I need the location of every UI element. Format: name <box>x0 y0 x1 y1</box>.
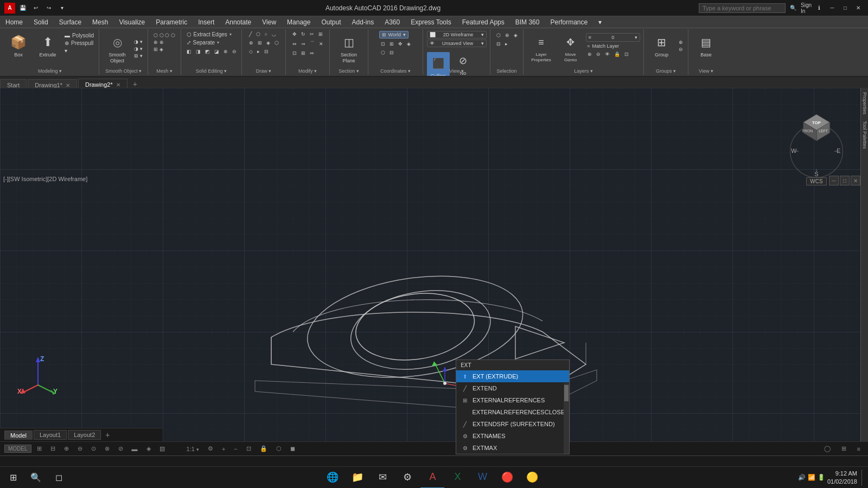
taskbar-explorer[interactable]: 🌐 <box>321 467 344 489</box>
status-trans[interactable]: ◈ <box>143 445 154 453</box>
draw-circle[interactable]: ○ <box>263 31 269 37</box>
wcs-badge[interactable]: WCS <box>806 177 826 185</box>
status-polar[interactable]: ⊖ <box>74 445 86 453</box>
info-btn[interactable]: ℹ <box>814 3 825 14</box>
status-snap[interactable]: ⊟ <box>47 445 59 453</box>
layer-dropdown[interactable]: ≡ 0 ▾ <box>586 33 640 42</box>
quick-access-more[interactable]: ▾ <box>56 3 67 14</box>
search-taskbar-btn[interactable]: 🔍 <box>25 467 47 489</box>
draw-more2[interactable]: ⊞ <box>256 40 264 46</box>
tray-icon2[interactable]: 📶 <box>808 474 815 481</box>
smooth-object-tool[interactable]: ◎ SmoothObject <box>103 31 131 66</box>
modify-stretch[interactable]: ⇔ <box>308 50 316 56</box>
sel-btn2[interactable]: ⊕ <box>503 32 511 38</box>
navicube[interactable]: N E S W TOP LEFT FRON WCS <box>787 99 846 185</box>
autocomplete-scrollbar[interactable] <box>564 383 569 454</box>
ucs-btn6[interactable]: ⊟ <box>388 49 395 56</box>
modify-move[interactable]: ✥ <box>291 31 298 37</box>
separate-btn[interactable]: ⤢ Separate ▾ <box>185 39 221 46</box>
more-tools-btn[interactable]: ▾ <box>63 47 95 54</box>
status-grid[interactable]: ⊞ <box>34 445 45 453</box>
extract-edges-btn[interactable]: ⬡ Extract Edges ▾ <box>185 31 233 38</box>
menu-view[interactable]: View <box>257 16 282 28</box>
taskbar-chrome[interactable]: 🔴 <box>495 467 519 489</box>
taskbar-app9[interactable]: 🟡 <box>520 467 544 489</box>
modify-array[interactable]: ⊞ <box>299 50 307 56</box>
tab-layout2[interactable]: Layout2 <box>68 430 101 440</box>
status-settings[interactable]: ⚙ <box>205 445 216 453</box>
solid-edit-btn6[interactable]: ⊖ <box>231 48 238 55</box>
unsaved-view-btn[interactable]: 👁 Unsaved View ▾ <box>427 40 487 47</box>
solid-edit-btn5[interactable]: ⊕ <box>222 48 229 55</box>
menu-insert[interactable]: Insert <box>193 16 220 28</box>
taskbar-files[interactable]: 📁 <box>346 467 369 489</box>
menu-visualize[interactable]: Visualize <box>113 16 150 28</box>
base-tool[interactable]: ▤ Base <box>692 31 720 60</box>
tab-model[interactable]: Model <box>4 431 33 440</box>
solid-edit-btn4[interactable]: ◪ <box>213 48 221 55</box>
close-btn[interactable]: ✕ <box>853 3 864 14</box>
group-tool[interactable]: ⊞ Group <box>648 31 676 60</box>
modify-erase[interactable]: ✕ <box>317 40 325 48</box>
layer-btn1[interactable]: ⊕ <box>586 51 593 57</box>
menu-performance[interactable]: Performance <box>545 16 593 28</box>
panel-tab-2[interactable]: Tool Palettes <box>861 119 869 151</box>
solid-edit-btn3[interactable]: ◩ <box>203 48 212 55</box>
status-clean[interactable]: ⊞ <box>838 445 850 453</box>
sign-in-btn[interactable]: Sign In <box>801 3 812 14</box>
drawing1-close[interactable]: ✕ <box>66 82 70 88</box>
search-box[interactable] <box>699 3 786 13</box>
draw-more1[interactable]: ⊕ <box>247 40 255 46</box>
menu-mesh[interactable]: Mesh <box>87 16 113 28</box>
status-sel[interactable]: ▧ <box>156 445 168 453</box>
viewport[interactable]: [-][SW Isometric][2D Wireframe] ─ □ ✕ <box>0 88 868 455</box>
taskbar-mail[interactable]: ✉ <box>371 467 394 489</box>
ucs-btn1[interactable]: ⊡ <box>379 41 387 47</box>
autocomplete-item-1[interactable]: ╱ EXTEND <box>456 382 569 394</box>
quick-access-undo[interactable]: ↩ <box>30 3 41 14</box>
modify-rotate[interactable]: ↻ <box>299 31 307 37</box>
layer-btn5[interactable]: ⊡ <box>623 51 630 57</box>
draw-line[interactable]: ╱ <box>247 31 253 37</box>
ucs-btn2[interactable]: ⊞ <box>388 41 395 47</box>
presspull-btn[interactable]: ⊕ Presspull <box>63 40 95 47</box>
smooth-more3[interactable]: ⊞ ▾ <box>132 53 144 59</box>
start-button[interactable]: ⊞ <box>2 467 24 489</box>
autocomplete-item-5[interactable]: ⚙ EXTNAMES <box>456 430 569 442</box>
clock[interactable]: 9:12 AM 01/02/2018 <box>827 470 857 485</box>
modify-copy[interactable]: ⊞ <box>317 31 324 37</box>
status-customise[interactable]: ≡ <box>854 445 864 453</box>
status-ducs[interactable]: ⊘ <box>115 445 126 453</box>
autocomplete-item-0[interactable]: ⬆ EXT (EXTRUDE) <box>456 370 569 382</box>
menu-bim360[interactable]: BIM 360 <box>510 16 545 28</box>
ucs-world-btn[interactable]: ⊞ World ▾ <box>379 31 409 38</box>
modify-trim[interactable]: ✂ <box>308 31 316 37</box>
quick-access-redo[interactable]: ↪ <box>43 3 54 14</box>
polysolid-btn[interactable]: ▬ Polysolid <box>63 32 95 39</box>
autocomplete-item-4[interactable]: ╱ EXTENDSRF (SURFEXTEND) <box>456 418 569 430</box>
menu-annotate[interactable]: Annotate <box>220 16 257 28</box>
menu-output[interactable]: Output <box>316 16 346 28</box>
status-lock[interactable]: 🔒 <box>257 445 271 453</box>
modify-scale[interactable]: ⊡ <box>291 50 298 56</box>
status-minus[interactable]: − <box>231 445 240 453</box>
taskbar-excel[interactable]: X <box>445 467 469 489</box>
taskbar-word[interactable]: W <box>470 467 494 489</box>
smooth-more1[interactable]: ◑ ▾ <box>132 38 144 45</box>
menu-express[interactable]: Express Tools <box>405 16 456 28</box>
layer-btn3[interactable]: 👁 <box>603 51 611 57</box>
tray-icon1[interactable]: 🔊 <box>798 474 806 481</box>
status-iso[interactable]: ⬡ <box>273 445 285 453</box>
quick-access-save[interactable]: 💾 <box>17 3 28 14</box>
section-plane-tool[interactable]: ◫ SectionPlane <box>335 31 363 66</box>
tray-icon3[interactable]: 🔋 <box>818 474 825 481</box>
menu-surface[interactable]: Surface <box>54 16 87 28</box>
menu-addins[interactable]: Add-ins <box>347 16 380 28</box>
menu-manage[interactable]: Manage <box>282 16 316 28</box>
status-ortho[interactable]: ⊕ <box>61 445 72 453</box>
layer-btn4[interactable]: 🔒 <box>612 51 622 57</box>
vp-close[interactable]: ✕ <box>851 176 860 185</box>
wireframe-btn[interactable]: ⬜ 2D Wireframe ▾ <box>427 31 487 38</box>
show-desktop[interactable] <box>861 470 864 486</box>
extrude-tool[interactable]: ⬆ Extrude <box>34 31 62 60</box>
